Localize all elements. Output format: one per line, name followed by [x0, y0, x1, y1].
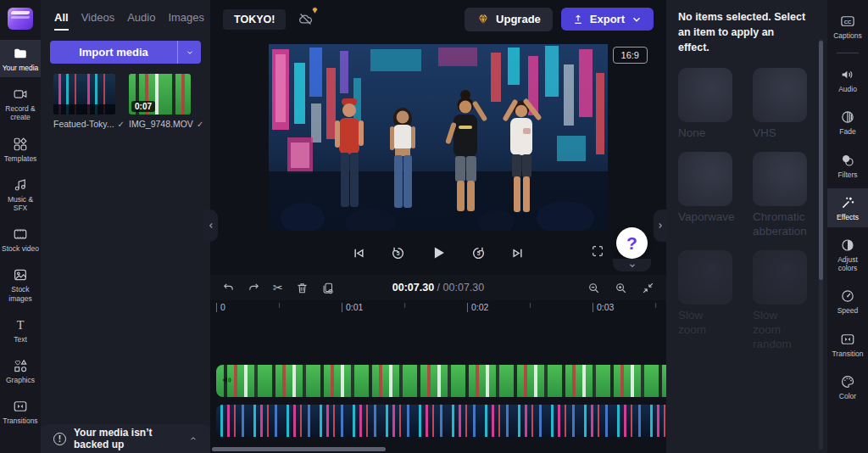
sidebar-item-filters[interactable]: Filters [827, 146, 868, 185]
sidebar-item-speed[interactable]: Speed [827, 282, 868, 321]
sidebar-item-color[interactable]: Color [827, 367, 868, 406]
sidebar-item-stock-images[interactable]: Stock images [0, 261, 41, 307]
tab-images[interactable]: Images [168, 11, 204, 31]
project-title[interactable]: TOKYO! [223, 9, 286, 30]
rewind-5s-icon: 5 [390, 245, 406, 261]
sidebar-item-transition[interactable]: Transition [827, 325, 868, 364]
clipchamp-logo-icon[interactable] [8, 8, 33, 30]
timecode-display: 00:07.30 / 00:07.30 [392, 282, 484, 294]
media-item-name: Featued-Toky... [53, 119, 114, 129]
timeline-horizontal-scrollbar[interactable] [212, 447, 386, 451]
chevron-up-icon [189, 433, 198, 444]
question-icon: ? [626, 233, 637, 254]
chevron-down-icon [628, 261, 637, 270]
effect-label: Vaporwave [678, 210, 732, 225]
export-icon [572, 14, 584, 25]
fade-icon [840, 109, 855, 125]
video-preview[interactable] [269, 44, 608, 231]
import-media-button[interactable]: Import media [50, 41, 201, 64]
zoom-out-button[interactable] [587, 282, 600, 294]
sidebar-item-text[interactable]: T Text [0, 311, 41, 349]
effect-option-none[interactable]: None [678, 68, 732, 152]
undo-button[interactable] [222, 282, 235, 294]
effects-scrollbar-thumb[interactable] [819, 41, 823, 280]
fullscreen-button[interactable] [591, 244, 604, 258]
effect-option-vhs[interactable]: VHS [753, 68, 807, 152]
rewind-5s-button[interactable]: 5 [390, 245, 406, 261]
play-button[interactable] [429, 243, 448, 262]
upgrade-button[interactable]: Upgrade [465, 8, 553, 31]
forward-5s-button[interactable]: 5 [470, 245, 487, 261]
sidebar-item-adjust-colors[interactable]: Adjust colors [827, 231, 868, 278]
media-item-tokyo[interactable]: Featued-Toky... ✓ [53, 74, 115, 129]
collapse-preview-button[interactable] [613, 259, 651, 271]
tab-all[interactable]: All [54, 11, 69, 31]
collapse-effects-panel-button[interactable] [654, 210, 666, 242]
aspect-ratio-badge[interactable]: 16:9 [613, 47, 648, 64]
sidebar-item-captions[interactable]: CC Captions [827, 7, 868, 46]
sidebar-item-audio[interactable]: Audio [827, 60, 868, 99]
sidebar-item-record-create[interactable]: Record & create [0, 81, 41, 126]
undo-icon [222, 282, 235, 294]
zoom-in-button[interactable] [615, 282, 627, 294]
ruler-label: 0:01 [346, 302, 363, 312]
fit-timeline-button[interactable] [642, 282, 654, 294]
svg-text:5: 5 [397, 250, 400, 256]
effect-label: Chromatic abberation [753, 210, 807, 239]
export-label: Export [590, 13, 625, 25]
duplicate-button[interactable] [321, 282, 334, 294]
current-time: 00:07.30 [392, 282, 434, 294]
sidebar-item-label: Graphics [6, 376, 35, 384]
chevron-right-icon [656, 221, 665, 230]
redo-button[interactable] [248, 282, 260, 294]
image-icon [13, 267, 28, 282]
effects-grid: None VHS Vaporwave Chromatic abberation … [678, 68, 815, 362]
sidebar-item-label: Record & create [5, 104, 35, 121]
sidebar-item-graphics[interactable]: Graphics [0, 352, 41, 389]
sidebar-item-effects[interactable]: Effects [827, 188, 868, 227]
duration-badge: 0:07 [131, 101, 155, 112]
skip-to-start-button[interactable] [351, 245, 367, 261]
svg-text:T: T [17, 317, 25, 331]
media-item-name: IMG_9748.MOV [129, 119, 193, 129]
timeline-clip-tokyo[interactable] [216, 405, 666, 437]
tab-videos[interactable]: Videos [81, 11, 115, 31]
sidebar-item-transitions[interactable]: Transitions [0, 393, 41, 430]
effect-option-vaporwave[interactable]: Vaporwave [678, 152, 732, 250]
delete-button[interactable] [296, 282, 309, 294]
sidebar-item-fade[interactable]: Fade [827, 103, 868, 142]
effect-option-slow-zoom-random[interactable]: Slow zoom random [753, 250, 807, 363]
effect-option-chromatic-abberation[interactable]: Chromatic abberation [753, 152, 807, 250]
fullscreen-icon [591, 244, 604, 258]
redo-icon [248, 282, 260, 294]
export-button[interactable]: Export [561, 8, 654, 31]
editor-header: TOKYO! Upgrade Export [210, 0, 666, 38]
effect-option-slow-zoom[interactable]: Slow zoom [678, 250, 732, 363]
import-options-caret[interactable] [177, 41, 201, 64]
sidebar-item-stock-video[interactable]: Stock video [0, 221, 41, 258]
timeline-toolbar: ✂ 00:07.30 / 00:07.30 [210, 275, 666, 300]
svg-text:CC: CC [844, 20, 852, 25]
media-item-img9748[interactable]: 0:07 IMG_9748.MOV ✓ [129, 74, 191, 129]
sidebar-item-label: Speed [837, 306, 859, 315]
help-button[interactable]: ? [616, 227, 648, 259]
chevron-down-icon [631, 14, 643, 25]
sidebar-item-label: Music & SFX [8, 195, 33, 212]
collapse-media-panel-button[interactable] [203, 210, 218, 242]
sidebar-item-your-media[interactable]: Your media [0, 40, 41, 77]
skip-to-end-button[interactable] [509, 245, 526, 261]
timeline-clip-greenscreen[interactable] [216, 365, 666, 397]
tab-audio[interactable]: Audio [127, 11, 155, 31]
sidebar-item-label: Your media [3, 64, 39, 72]
sidebar-item-music-sfx[interactable]: Music & SFX [0, 171, 41, 217]
duplicate-icon [321, 282, 334, 294]
sidebar-item-templates[interactable]: Templates [0, 131, 41, 168]
sidebar-item-label: Color [839, 392, 856, 400]
backup-notice-bar[interactable]: ! Your media isn’t backed up [41, 424, 210, 453]
cloud-backup-off-button[interactable] [298, 11, 314, 27]
total-time: 00:07.30 [443, 282, 485, 294]
split-button[interactable]: ✂ [273, 281, 283, 294]
text-icon: T [13, 317, 28, 333]
sidebar-item-label: Stock images [8, 285, 31, 302]
timeline-ruler[interactable]: 0 0:01 0:02 0:03 [216, 302, 666, 316]
